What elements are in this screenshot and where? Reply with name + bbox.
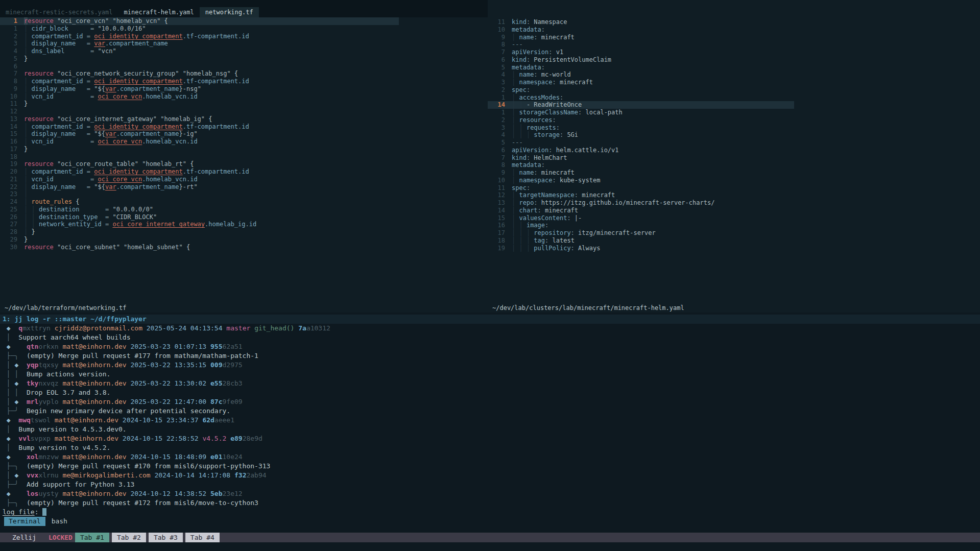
code-line[interactable]: 3│ display_name = var.compartment_name — [0, 40, 488, 47]
code-line[interactable]: 19│ │ │ pullPolicy: Always — [488, 245, 980, 252]
code-line[interactable]: 7kind: HelmChart — [488, 154, 980, 162]
buffer-tab-restic-secrets[interactable]: minecraft-restic-secrets.yaml — [0, 7, 118, 17]
code-line[interactable]: 25│ │ destination = "0.0.0.0/0" — [0, 206, 488, 213]
line-number: 11 — [0, 100, 17, 108]
code-line[interactable]: 27│ │ network_entity_id = oci_core_inter… — [0, 221, 488, 228]
code-line[interactable]: 10│ namespace: kube-system — [488, 177, 980, 184]
code-line[interactable]: 5} — [0, 55, 488, 63]
code-line[interactable]: 5--- — [488, 139, 980, 147]
code-segment-graph: │ │ — [3, 370, 18, 378]
code-segment-punc: = — [87, 123, 90, 130]
code-segment-dim: xlrnu — [38, 471, 58, 479]
code-line[interactable]: 13resource "oci_core_internet_gateway" "… — [0, 115, 488, 123]
code-line[interactable]: 12 — [0, 108, 488, 115]
code-line[interactable]: 1│ storageClassName: local-path — [488, 109, 980, 116]
code-line[interactable]: 12│ targetNamespace: minecraft — [488, 191, 980, 199]
code-segment-txt — [120, 244, 124, 251]
editor-pane-networking[interactable]: minecraft-restic-secrets.yaml minecraft-… — [0, 0, 488, 313]
code-segment-txt — [118, 435, 123, 442]
code-line[interactable]: 8--- — [488, 41, 980, 49]
code-line[interactable]: 15│ valuesContent: |- — [488, 214, 980, 222]
code-line[interactable]: 4│ dns_label = "vcn" — [0, 47, 488, 55]
code-line[interactable]: 16│ │ image: — [488, 222, 980, 229]
code-line[interactable]: 9│ display_name = "${var.compartment_nam… — [0, 85, 488, 93]
code-area-networking[interactable]: 1resource "oci_core_vcn" "homelab_vcn" {… — [0, 17, 488, 251]
code-segment-dim: 28e9d — [243, 435, 262, 442]
code-line[interactable]: 11spec: — [488, 184, 980, 192]
code-line[interactable]: 20│ compartment_id = oci_identity_compar… — [0, 168, 488, 176]
code-area-minecraft-helm[interactable]: 11kind: Namespace10metadata:9│ name: min… — [488, 18, 980, 252]
code-line[interactable]: 17} — [0, 146, 488, 153]
code-segment-key: valuesContent — [519, 214, 567, 222]
code-line[interactable]: 6 — [0, 63, 488, 70]
code-segment-prop: cidr_block — [31, 25, 68, 32]
code-line[interactable]: 17│ │ │ repository: itzg/minecraft-serve… — [488, 229, 980, 237]
code-segment-punc: = — [87, 40, 90, 47]
code-line[interactable]: 14│ chart: minecraft — [488, 207, 980, 214]
code-segment-punc: : — [534, 169, 537, 176]
code-line[interactable]: 15│ display_name = "${var.compartment_na… — [0, 130, 488, 138]
code-segment-prop: destination_type — [39, 213, 98, 221]
code-segment-ul: log file — [3, 508, 35, 516]
line-number: 3 — [488, 124, 505, 132]
code-line[interactable]: 6apiVersion: helm.cattle.io/v1 — [488, 147, 980, 154]
code-line[interactable]: 2│ compartment_id = oci_identity_compart… — [0, 33, 488, 40]
code-line[interactable]: 7apiVersion: v1 — [488, 49, 980, 56]
code-segment-guide: │ — [24, 228, 31, 235]
code-line[interactable]: 9│ name: minecraft — [488, 169, 980, 177]
code-segment-prop: tf-compartment — [186, 168, 238, 175]
code-line[interactable]: 21│ vcn_id = oci_core_vcn.homelab_vcn.id — [0, 176, 488, 183]
code-line[interactable]: 3│ namespace: minecraft — [488, 79, 980, 86]
code-segment-txt: Add support for Python 3.13 — [18, 481, 134, 488]
code-segment-txt: { — [72, 198, 79, 205]
zellij-tab-3[interactable]: Tab #3 — [149, 533, 183, 542]
code-line[interactable]: 23│ — [0, 190, 488, 198]
zellij-tab-4[interactable]: Tab #4 — [185, 533, 220, 542]
code-line[interactable]: 8metadata: — [488, 161, 980, 169]
buffer-tab-minecraft-helm[interactable]: minecraft-helm.yaml — [118, 7, 200, 17]
code-line[interactable]: 5metadata: — [488, 64, 980, 71]
code-line[interactable]: 8│ compartment_id = oci_identity_compart… — [0, 78, 488, 85]
code-segment-graph: │ — [3, 471, 14, 479]
code-segment-txt — [51, 324, 55, 332]
code-line[interactable]: 10│ vcn_id = oci_core_vcn.homelab_vcn.id — [0, 93, 488, 101]
cursor-line[interactable]: 1resource "oci_core_vcn" "homelab_vcn" { — [0, 17, 488, 25]
code-line[interactable]: 26│ │ destination_type = "CIDR_BLOCK" — [0, 213, 488, 221]
buffer-tab-networking-tf[interactable]: networking.tf — [200, 7, 259, 17]
code-line[interactable]: 3│ │ requests: — [488, 124, 980, 132]
code-line[interactable]: 1│ cidr_block = "10.0.0.0/16" — [0, 25, 488, 33]
code-line[interactable]: 14│ compartment_id = oci_identity_compar… — [0, 123, 488, 131]
code-line[interactable]: 16│ vcn_id = oci_core_vcn.homelab_vcn.id — [0, 138, 488, 146]
code-line[interactable]: 22│ display_name = "${var.compartment_na… — [0, 183, 488, 191]
code-line[interactable]: 2spec: — [488, 86, 980, 94]
code-line[interactable]: 18 — [0, 153, 488, 161]
cursor-line[interactable]: 14│ │ - ReadWriteOnce — [488, 101, 980, 109]
code-line[interactable]: 11} — [0, 100, 488, 108]
code-line[interactable]: 7resource "oci_core_network_security_gro… — [0, 70, 488, 78]
editor-pane-minecraft-helm[interactable]: 11kind: Namespace10metadata:9│ name: min… — [488, 0, 980, 313]
terminal-pane[interactable]: 1: jj log -r ::master ~/d/ffpyplayer ◆ q… — [0, 313, 980, 533]
code-line[interactable]: 2│ resources: — [488, 116, 980, 124]
code-segment-guide: │ │ — [512, 124, 527, 131]
code-segment-prop: homelab_vcn — [146, 138, 186, 145]
code-line[interactable]: 4│ name: mc-world — [488, 71, 980, 79]
code-segment-hash: e01 — [210, 453, 222, 461]
code-line[interactable]: 13│ repo: https://itzg.github.io/minecra… — [488, 199, 980, 207]
code-line[interactable]: 28│ } — [0, 228, 488, 236]
code-line[interactable]: 29} — [0, 236, 488, 244]
code-segment-str: "oci_core_vcn" — [57, 17, 109, 25]
zellij-tab-2[interactable]: Tab #2 — [112, 533, 146, 542]
code-line[interactable]: 6kind: PersistentVolumeClaim — [488, 56, 980, 64]
code-line[interactable]: 1│ accessModes: — [488, 94, 980, 102]
code-line[interactable]: 24│ route_rules { — [0, 198, 488, 206]
zellij-tab-1[interactable]: Tab #1 — [75, 533, 109, 542]
code-line[interactable]: 9│ name: minecraft — [488, 34, 980, 41]
code-line[interactable]: 19resource "oci_core_route_table" "homel… — [0, 160, 488, 168]
code-line[interactable]: 30resource "oci_core_subnet" "homelab_su… — [0, 244, 488, 251]
terminal-tab[interactable]: Terminal — [4, 517, 45, 526]
code-line[interactable]: 10metadata: — [488, 26, 980, 34]
code-segment-hash: 87c — [210, 398, 222, 405]
code-line[interactable]: 4│ │ │ storage: 5Gi — [488, 131, 980, 139]
code-line[interactable]: 18│ │ │ tag: latest — [488, 237, 980, 245]
code-line[interactable]: 11kind: Namespace — [488, 18, 980, 26]
